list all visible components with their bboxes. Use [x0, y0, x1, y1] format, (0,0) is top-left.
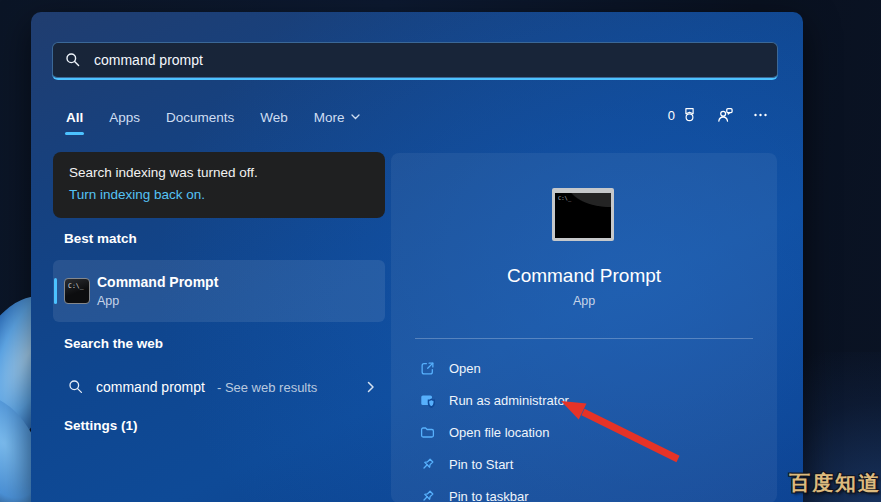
web-result-suffix: - See web results: [217, 380, 317, 395]
search-box[interactable]: [52, 42, 778, 80]
action-run-as-administrator[interactable]: Run as administrator: [391, 384, 777, 416]
chevron-right-icon[interactable]: [367, 381, 375, 393]
command-prompt-app-icon: C:\_: [64, 278, 90, 304]
action-label: Pin to taskbar: [449, 489, 529, 502]
more-options-button[interactable]: [753, 108, 768, 122]
best-match-title: Command Prompt: [97, 274, 218, 291]
best-match-item[interactable]: C:\_ Command Prompt App: [53, 260, 385, 322]
tab-all[interactable]: All: [66, 110, 83, 125]
notice-message: Search indexing was turned off.: [69, 165, 369, 180]
indexing-notice: Search indexing was turned off. Turn ind…: [53, 152, 385, 218]
selection-indicator: [54, 278, 57, 304]
action-pin-to-taskbar[interactable]: Pin to taskbar: [391, 480, 777, 502]
tab-more[interactable]: More: [314, 110, 360, 125]
run-as-administrator-icon: [420, 393, 435, 408]
search-flyout-window: All Apps Documents Web More 0: [31, 12, 803, 502]
pin-to-taskbar-icon: [420, 489, 435, 502]
tab-documents[interactable]: Documents: [166, 110, 234, 125]
action-label: Pin to Start: [449, 457, 513, 472]
search-icon: [68, 379, 84, 395]
best-match-header: Best match: [64, 231, 137, 247]
turn-indexing-on-link[interactable]: Turn indexing back on.: [69, 187, 369, 202]
pin-to-start-icon: [420, 457, 435, 472]
preview-panel: C:\_ Command Prompt App Open: [391, 153, 777, 502]
rewards-button[interactable]: 0: [668, 107, 698, 124]
account-button[interactable]: [717, 107, 734, 124]
tab-web[interactable]: Web: [260, 110, 288, 125]
open-icon: [420, 361, 435, 376]
action-pin-to-start[interactable]: Pin to Start: [391, 448, 777, 480]
web-result-query: command prompt: [96, 379, 205, 395]
action-open[interactable]: Open: [391, 352, 777, 384]
account-feedback-icon: [717, 107, 734, 124]
command-prompt-app-icon-large: C:\_: [552, 188, 614, 241]
preview-type: App: [391, 294, 777, 308]
search-web-header: Search the web: [64, 336, 163, 352]
divider: [415, 338, 753, 339]
action-open-file-location[interactable]: Open file location: [391, 416, 777, 448]
rewards-medal-icon: [681, 107, 698, 124]
search-tabs: All Apps Documents Web More: [66, 104, 360, 130]
action-label: Run as administrator: [449, 393, 569, 408]
watermark: 百度知道: [789, 469, 881, 497]
chevron-down-icon: [351, 114, 360, 120]
more-options-icon: [753, 108, 768, 122]
preview-title: Command Prompt: [391, 265, 777, 287]
settings-header: Settings (1): [64, 418, 138, 434]
rewards-count: 0: [668, 108, 675, 123]
action-list: Open Run as administrator Open file l: [391, 352, 777, 502]
action-label: Open: [449, 361, 481, 376]
folder-icon: [420, 425, 435, 440]
web-result-item[interactable]: command prompt - See web results: [53, 368, 385, 406]
search-icon: [65, 52, 81, 68]
action-label: Open file location: [449, 425, 549, 440]
active-tab-indicator: [65, 132, 84, 135]
tab-apps[interactable]: Apps: [109, 110, 140, 125]
search-input[interactable]: [92, 51, 765, 69]
best-match-type: App: [97, 294, 218, 308]
